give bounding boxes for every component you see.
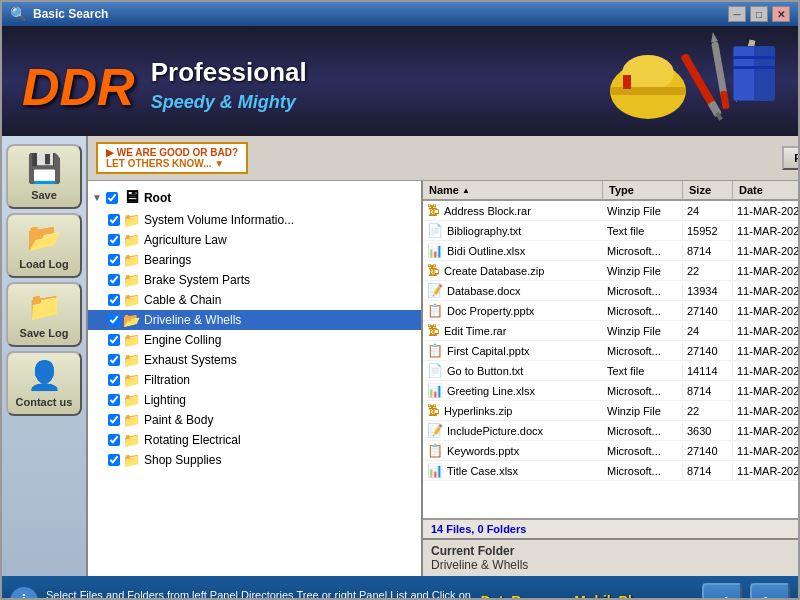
tree-item-filtration[interactable]: 📁Filtration xyxy=(88,370,421,390)
file-date-cell: 11-MAR-2024 xyxy=(733,383,800,399)
prev-button[interactable]: ◄ xyxy=(702,583,742,600)
current-folder-label: Current Folder xyxy=(431,544,800,558)
title-bar: 🔍 Basic Search ─ □ ✕ xyxy=(2,2,798,26)
tree-panel[interactable]: ▼ 🖥 Root 📁System Volume Informatio...📁Ag… xyxy=(88,181,423,576)
checkbox-engine-colling[interactable] xyxy=(108,334,120,346)
next-button[interactable]: ► xyxy=(750,583,790,600)
tree-item-bearings[interactable]: 📁Bearings xyxy=(88,250,421,270)
file-date-cell: 11-MAR-2024 xyxy=(733,443,800,459)
folder-icon: 📁 xyxy=(123,432,140,448)
file-date-cell: 11-MAR-2024 xyxy=(733,363,800,379)
we-are-good-banner[interactable]: ▶ WE ARE GOOD OR BAD? LET OTHERS KNOW...… xyxy=(96,142,248,174)
tree-item-brake-system-parts[interactable]: 📁Brake System Parts xyxy=(88,270,421,290)
save-log-button[interactable]: 📁 Save Log xyxy=(6,282,82,347)
file-size-cell: 27140 xyxy=(683,303,733,319)
tree-item-label: Bearings xyxy=(144,253,191,267)
checkbox-agriculture-law[interactable] xyxy=(108,234,120,246)
tree-item-label: Engine Colling xyxy=(144,333,221,347)
file-row[interactable]: 🗜 Edit Time.rar Winzip File 24 11-MAR-20… xyxy=(423,321,800,341)
checkbox-cable-chain[interactable] xyxy=(108,294,120,306)
maximize-button[interactable]: □ xyxy=(750,6,768,22)
svg-rect-16 xyxy=(733,66,775,69)
file-date-cell: 11-MAR-2024 xyxy=(733,203,800,219)
tree-item-label: System Volume Informatio... xyxy=(144,213,294,227)
checkbox-driveline-whells[interactable] xyxy=(108,314,120,326)
svg-rect-8 xyxy=(720,91,730,110)
checkbox-bearings[interactable] xyxy=(108,254,120,266)
svg-rect-4 xyxy=(680,53,717,109)
file-name: Title Case.xlsx xyxy=(447,465,518,477)
save-icon: 💾 xyxy=(27,152,62,185)
tree-item-label: Filtration xyxy=(144,373,190,387)
tree-item-paint-body[interactable]: 📁Paint & Body xyxy=(88,410,421,430)
file-icon: 📊 xyxy=(427,463,443,478)
svg-rect-7 xyxy=(711,41,727,96)
checkbox-exhaust-systems[interactable] xyxy=(108,354,120,366)
save-log-label: Save Log xyxy=(20,327,69,339)
checkbox-system-volume[interactable] xyxy=(108,214,120,226)
tree-root[interactable]: ▼ 🖥 Root xyxy=(88,185,421,210)
file-row[interactable]: 📊 Greeting Line.xlsx Microsoft... 8714 1… xyxy=(423,381,800,401)
file-name: Bibliography.txt xyxy=(447,225,521,237)
load-log-button[interactable]: 📂 Load Log xyxy=(6,213,82,278)
checkbox-paint-body[interactable] xyxy=(108,414,120,426)
save-button[interactable]: 💾 Save xyxy=(6,144,82,209)
file-row[interactable]: 📋 Keywords.pptx Microsoft... 27140 11-MA… xyxy=(423,441,800,461)
file-type-cell: Microsoft... xyxy=(603,443,683,459)
root-checkbox[interactable] xyxy=(106,192,118,204)
file-row[interactable]: 📄 Bibliography.txt Text file 15952 11-MA… xyxy=(423,221,800,241)
tree-item-label: Exhaust Systems xyxy=(144,353,237,367)
file-name: Doc Property.pptx xyxy=(447,305,534,317)
contact-us-button[interactable]: 👤 Contact us xyxy=(6,351,82,416)
file-type-cell: Text file xyxy=(603,363,683,379)
split-pane: ▼ 🖥 Root 📁System Volume Informatio...📁Ag… xyxy=(88,181,800,576)
file-row[interactable]: 📄 Go to Button.txt Text file 14114 11-MA… xyxy=(423,361,800,381)
file-name-cell: 🗜 Edit Time.rar xyxy=(423,321,603,340)
tree-item-engine-colling[interactable]: 📁Engine Colling xyxy=(88,330,421,350)
file-row[interactable]: 🗜 Hyperlinks.zip Winzip File 22 11-MAR-2… xyxy=(423,401,800,421)
checkbox-rotating-electrical[interactable] xyxy=(108,434,120,446)
tree-item-driveline-whells[interactable]: 📂Driveline & Whells xyxy=(88,310,421,330)
find-in-list-button[interactable]: Find in List xyxy=(782,146,800,170)
tree-item-label: Shop Supplies xyxy=(144,453,221,467)
minimize-button[interactable]: ─ xyxy=(728,6,746,22)
tree-item-lighting[interactable]: 📁Lighting xyxy=(88,390,421,410)
close-button[interactable]: ✕ xyxy=(772,6,790,22)
root-folder-icon: 🖥 xyxy=(122,187,140,208)
ddr-logo: DDR xyxy=(22,61,135,113)
tree-item-exhaust-systems[interactable]: 📁Exhaust Systems xyxy=(88,350,421,370)
folder-icon: 📁 xyxy=(123,392,140,408)
file-row[interactable]: 📊 Title Case.xlsx Microsoft... 8714 11-M… xyxy=(423,461,800,481)
col-header-name[interactable]: Name ▲ xyxy=(423,181,603,199)
tree-items-container: 📁System Volume Informatio...📁Agriculture… xyxy=(88,210,421,470)
tree-item-rotating-electrical[interactable]: 📁Rotating Electrical xyxy=(88,430,421,450)
file-row[interactable]: 📊 Bidi Outline.xlsx Microsoft... 8714 11… xyxy=(423,241,800,261)
save-log-icon: 📁 xyxy=(27,290,62,323)
tree-item-shop-supplies[interactable]: 📁Shop Supplies xyxy=(88,450,421,470)
file-row[interactable]: 📝 IncludePicture.docx Microsoft... 3630 … xyxy=(423,421,800,441)
col-header-type[interactable]: Type xyxy=(603,181,683,199)
file-row[interactable]: 📋 First Capital.pptx Microsoft... 27140 … xyxy=(423,341,800,361)
svg-rect-14 xyxy=(734,47,754,100)
file-row[interactable]: 🗜 Create Database.zip Winzip File 22 11-… xyxy=(423,261,800,281)
checkbox-lighting[interactable] xyxy=(108,394,120,406)
tree-item-system-volume[interactable]: 📁System Volume Informatio... xyxy=(88,210,421,230)
col-header-size[interactable]: Size xyxy=(683,181,733,199)
checkbox-brake-system-parts[interactable] xyxy=(108,274,120,286)
main-content: 💾 Save 📂 Load Log 📁 Save Log 👤 Contact u… xyxy=(2,136,798,576)
window-controls: ─ □ ✕ xyxy=(728,6,790,22)
checkbox-shop-supplies[interactable] xyxy=(108,454,120,466)
file-name-cell: 📄 Go to Button.txt xyxy=(423,361,603,380)
file-row[interactable]: 📋 Doc Property.pptx Microsoft... 27140 1… xyxy=(423,301,800,321)
file-status-bar: 14 Files, 0 Folders xyxy=(423,518,800,538)
file-row[interactable]: 📝 Database.docx Microsoft... 13934 11-MA… xyxy=(423,281,800,301)
file-row[interactable]: 🗜 Address Block.rar Winzip File 24 11-MA… xyxy=(423,201,800,221)
col-header-date[interactable]: Date xyxy=(733,181,800,199)
tree-item-cable-chain[interactable]: 📁Cable & Chain xyxy=(88,290,421,310)
file-icon: 🗜 xyxy=(427,323,440,338)
folder-icon: 📁 xyxy=(123,212,140,228)
checkbox-filtration[interactable] xyxy=(108,374,120,386)
file-size-cell: 24 xyxy=(683,203,733,219)
save-label: Save xyxy=(31,189,57,201)
tree-item-agriculture-law[interactable]: 📁Agriculture Law xyxy=(88,230,421,250)
